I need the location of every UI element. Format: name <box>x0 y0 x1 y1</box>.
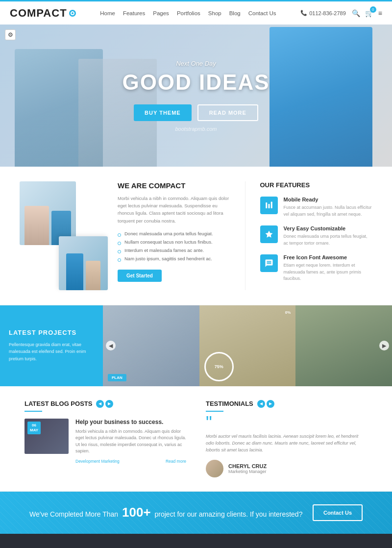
customizable-icon <box>260 225 278 243</box>
feature-item-3: Free Icon Font Awesome Etiam eget neque … <box>260 254 373 282</box>
bullet-icon-2 <box>118 242 121 245</box>
cta-highlight: 100+ <box>122 505 151 520</box>
feature-3-text: Free Icon Font Awesome Etiam eget neque … <box>284 254 373 282</box>
svg-rect-2 <box>270 202 272 209</box>
menu-icon[interactable]: ≡ <box>378 9 382 17</box>
cta-post-text: project for our amazing clients. If you … <box>155 510 303 518</box>
font-awesome-icon <box>260 254 278 272</box>
project-1-label: PLAN <box>108 374 126 381</box>
blog-post-meta: Development Marketing Read more <box>75 459 186 464</box>
nav-home[interactable]: Home <box>100 10 115 16</box>
testimonials-header: TESTIMONIALS ◀ ▶ <box>206 400 368 408</box>
about-features-section: WE ARE COMPACT Morbi vehicula a nibh in … <box>0 167 392 305</box>
author-info: CHERYL CRUZ Marketing Manager <box>228 463 267 474</box>
blog-post: 06 MAY Help your business to success. Mo… <box>24 419 186 464</box>
site-logo[interactable]: COMPACT <box>10 7 76 20</box>
feature-1-text: Mobile Ready Fusce at accumsan justo. Nu… <box>284 197 373 218</box>
about-list-item-3: Interdum et malesuada fames ac ante. <box>118 246 230 254</box>
phone-number: 📞 0112-836-2789 <box>300 10 346 16</box>
testimonial-text: Morbi auctor vel mauris facilisis lacini… <box>206 433 368 454</box>
hero-watermark: bootstrapmb.com <box>10 126 382 132</box>
logo-text: COMPACT <box>10 7 67 20</box>
blog-heading: LATEST BLOG POSTS <box>24 400 92 407</box>
features-column: OUR FEATURES Mobile Ready Fusce at accum… <box>245 181 373 290</box>
testimonials-divider <box>206 411 223 412</box>
about-list-item-4: Nam justo ipsum, sagittis sed hendrerit … <box>118 254 230 263</box>
cta-pre-text: We've Completed More Than <box>29 510 118 518</box>
hero-subtitle: Next One Day <box>10 60 382 67</box>
mobile-ready-icon <box>260 197 278 214</box>
read-more-link[interactable]: Read more <box>166 459 186 464</box>
about-list-item-1: Donec malesuada uma porta tellus feugiat… <box>118 229 230 238</box>
blog-date-badge: 06 MAY <box>27 422 41 435</box>
feature-item-2: Very Easy Customizable Donec malesuada u… <box>260 225 373 247</box>
cart-icon[interactable]: 🛒 0 <box>365 9 373 17</box>
hero-section: Next One Day GOOD IDEAS BUY THEME READ M… <box>0 25 392 167</box>
projects-section: LATEST PROJECTS Pellentesque gravida dia… <box>0 305 392 386</box>
nav-features[interactable]: Features <box>123 10 145 16</box>
get-started-button[interactable]: Get Started <box>118 270 162 282</box>
author-title: Marketing Manager <box>228 469 267 474</box>
logo-dot-icon <box>69 10 76 17</box>
projects-prev-button[interactable]: ◀ <box>106 341 116 350</box>
testimonial-author-row: CHERYL CRUZ Marketing Manager <box>206 460 368 477</box>
settings-icon[interactable]: ⚙ <box>5 29 16 40</box>
blog-next-button[interactable]: ▶ <box>105 400 113 408</box>
buy-theme-button[interactable]: BUY THEME <box>134 104 192 121</box>
project-2-percentage: 0% <box>285 310 291 315</box>
blog-post-title: Help your business to success. <box>75 419 186 425</box>
svg-rect-0 <box>266 202 267 208</box>
about-image-stack <box>20 181 108 290</box>
nav-pages[interactable]: Pages <box>153 10 169 16</box>
header-right: 📞 0112-836-2789 🔍 🛒 0 ≡ <box>300 9 382 17</box>
project-2-chart: 75% <box>204 352 234 381</box>
project-card-1: PLAN <box>103 305 199 386</box>
search-icon[interactable]: 🔍 <box>352 9 360 17</box>
testimonials-next-button[interactable]: ▶ <box>267 400 274 408</box>
nav-contact[interactable]: Contact Us <box>248 10 276 16</box>
hero-buttons: BUY THEME READ MORE <box>10 104 382 121</box>
header-icons: 🔍 🛒 0 ≡ <box>352 9 382 17</box>
project-card-3 <box>295 305 392 386</box>
features-heading: OUR FEATURES <box>260 181 373 189</box>
about-text: WE ARE COMPACT Morbi vehicula a nibh in … <box>118 181 245 290</box>
hero-content: Next One Day GOOD IDEAS BUY THEME READ M… <box>0 60 392 132</box>
site-header: COMPACT Home Features Pages Portfolios S… <box>0 0 392 25</box>
blog-post-tag: Development Marketing <box>75 459 120 464</box>
about-heading: WE ARE COMPACT <box>118 181 230 190</box>
cta-text: We've Completed More Than 100+ project f… <box>29 505 302 520</box>
blog-post-image: 06 MAY <box>24 419 69 454</box>
svg-rect-1 <box>268 204 270 208</box>
projects-cards: ◀ PLAN 0% 75% ▶ <box>103 305 392 386</box>
bullet-icon-3 <box>118 250 121 253</box>
main-nav: Home Features Pages Portfolios Shop Blog… <box>100 10 276 16</box>
testimonials-heading: TESTIMONIALS <box>206 400 253 407</box>
about-description: Morbi vehicula a nibh in commodo. Aliqua… <box>118 195 230 224</box>
nav-shop[interactable]: Shop <box>208 10 221 16</box>
blog-divider <box>24 411 42 412</box>
blog-header: LATEST BLOG POSTS ◀ ▶ <box>24 400 186 408</box>
blog-post-text: Morbi vehicula a nibh in commodo. Aliqua… <box>75 428 186 455</box>
about-img-front <box>59 236 108 290</box>
nav-portfolios[interactable]: Portfolios <box>177 10 200 16</box>
hero-title: GOOD IDEAS <box>10 70 382 95</box>
testimonials-prev-button[interactable]: ◀ <box>257 400 265 408</box>
projects-next-button[interactable]: ▶ <box>379 341 389 350</box>
read-more-button[interactable]: READ MORE <box>197 104 258 121</box>
bullet-icon-1 <box>118 233 121 237</box>
blog-post-content: Help your business to success. Morbi veh… <box>75 419 186 464</box>
blog-prev-button[interactable]: ◀ <box>96 400 104 408</box>
nav-blog[interactable]: Blog <box>229 10 241 16</box>
quote-icon: " <box>206 417 368 429</box>
bullet-icon-4 <box>118 258 121 262</box>
testimonials-section: TESTIMONIALS ◀ ▶ " Morbi auctor vel maur… <box>206 400 368 477</box>
about-list: Donec malesuada uma porta tellus feugiat… <box>118 229 230 263</box>
feature-2-text: Very Easy Customizable Donec malesuada u… <box>284 225 373 247</box>
contact-us-button[interactable]: Contact Us <box>313 504 363 521</box>
projects-heading: LATEST PROJECTS <box>9 329 94 336</box>
about-list-item-2: Nullam consequat lacus non luctus finibu… <box>118 238 230 246</box>
site-footer: COMPACT Compact is a clean PSD theme sui… <box>0 534 392 548</box>
author-name: CHERYL CRUZ <box>228 463 267 469</box>
blog-nav-arrows: ◀ ▶ <box>96 400 113 408</box>
author-avatar <box>206 460 223 477</box>
